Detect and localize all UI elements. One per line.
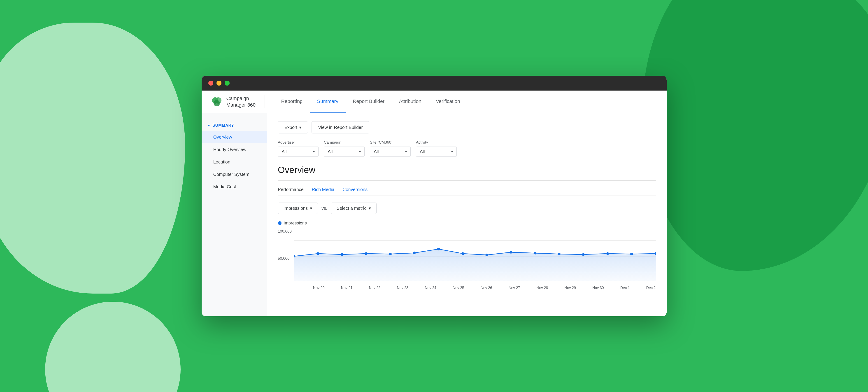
x-label-nov20: Nov 20 [313, 286, 324, 290]
tab-conversions[interactable]: Conversions [342, 187, 368, 196]
chart-point [509, 251, 512, 253]
chart-point [630, 253, 633, 255]
sidebar-item-computer-system[interactable]: Computer System [202, 168, 267, 181]
impressions-metric-button[interactable]: Impressions ▾ [278, 203, 318, 214]
site-value: All [374, 149, 379, 154]
advertiser-label: Advertiser [278, 140, 318, 145]
nav-tab-summary[interactable]: Summary [310, 91, 346, 113]
export-button[interactable]: Export ▾ [278, 121, 308, 133]
section-divider [278, 180, 656, 181]
tab-rich-media[interactable]: Rich Media [312, 187, 334, 196]
impressions-arrow-icon: ▾ [310, 206, 312, 211]
minimize-dot[interactable] [216, 81, 221, 86]
campaign-filter-group: Campaign All ▾ [324, 140, 365, 157]
x-axis-labels: ... Nov 20 Nov 21 Nov 22 Nov 23 Nov 24 N… [294, 283, 656, 293]
nav-tab-attribution[interactable]: Attribution [392, 91, 429, 113]
close-dot[interactable] [208, 81, 213, 86]
x-label-nov21: Nov 21 [341, 286, 352, 290]
campaign-value: All [328, 149, 333, 154]
bg-shape-bottom-left [45, 302, 181, 392]
x-label-nov27: Nov 27 [508, 286, 520, 290]
sidebar-item-overview[interactable]: Overview [202, 131, 267, 143]
y-axis-labels: 100,000 50,000 [278, 229, 294, 283]
chart-point [389, 253, 392, 255]
y-label-100k: 100,000 [278, 229, 294, 234]
vs-label: vs. [321, 206, 327, 211]
chart-point [461, 252, 464, 255]
view-in-report-builder-button[interactable]: View in Report Builder [312, 121, 369, 133]
x-label-dec1: Dec 1 [620, 286, 630, 290]
app-logo[interactable]: CampaignManager 360 [211, 95, 265, 108]
app-header: CampaignManager 360 Reporting Summary Re… [202, 91, 666, 113]
sidebar-item-location[interactable]: Location [202, 156, 267, 168]
chart-point [316, 252, 319, 255]
select-metric-arrow-icon: ▾ [369, 206, 371, 211]
tab-performance[interactable]: Performance [278, 187, 304, 196]
advertiser-filter-group: Advertiser All ▾ [278, 140, 318, 157]
x-label-nov30: Nov 30 [592, 286, 604, 290]
chart-point [437, 248, 440, 250]
impressions-legend-dot [278, 221, 281, 225]
nav-tab-verification[interactable]: Verification [429, 91, 467, 113]
activity-filter-group: Activity All ▾ [416, 140, 457, 157]
activity-arrow-icon: ▾ [451, 150, 453, 154]
activity-label: Activity [416, 140, 457, 145]
activity-select[interactable]: All ▾ [416, 147, 457, 157]
activity-value: All [420, 149, 425, 154]
bg-shape-left [0, 23, 185, 294]
chart-legend: Impressions [278, 221, 656, 225]
nav-tabs: Reporting Summary Report Builder Attribu… [274, 91, 467, 113]
chart-point [582, 253, 585, 256]
chart-container: 100,000 50,000 [278, 229, 656, 293]
campaign-select[interactable]: All ▾ [324, 147, 365, 157]
chart-point [340, 253, 343, 256]
sidebar-section-summary[interactable]: ▾ SUMMARY [202, 120, 267, 131]
chart-point [413, 251, 415, 254]
x-label-nov26: Nov 26 [480, 286, 492, 290]
x-label-nov23: Nov 23 [397, 286, 408, 290]
site-select[interactable]: All ▾ [370, 147, 411, 157]
select-metric-label: Select a metric [337, 206, 366, 211]
page-title: Overview [278, 165, 656, 175]
logo-text: CampaignManager 360 [226, 95, 256, 108]
chevron-down-icon: ▾ [208, 123, 210, 128]
impressions-legend-label: Impressions [284, 221, 307, 225]
chart-point [534, 252, 536, 254]
advertiser-value: All [282, 149, 287, 154]
site-arrow-icon: ▾ [405, 150, 407, 154]
app-body: ▾ SUMMARY Overview Hourly Overview Locat… [202, 113, 666, 316]
maximize-dot[interactable] [225, 81, 229, 86]
chart-point [558, 253, 560, 255]
campaign-label: Campaign [324, 140, 365, 145]
sidebar: ▾ SUMMARY Overview Hourly Overview Locat… [202, 113, 267, 316]
impressions-label: Impressions [283, 206, 308, 211]
sidebar-item-hourly-overview[interactable]: Hourly Overview [202, 143, 267, 156]
site-filter-group: Site (CM360) All ▾ [370, 140, 411, 157]
select-metric-button[interactable]: Select a metric ▾ [331, 203, 376, 214]
metric-row: Impressions ▾ vs. Select a metric ▾ [278, 203, 656, 214]
nav-tab-report-builder[interactable]: Report Builder [346, 91, 392, 113]
chart-point [365, 252, 367, 255]
x-label-nov24: Nov 24 [425, 286, 436, 290]
sidebar-item-media-cost[interactable]: Media Cost [202, 181, 267, 193]
export-dropdown-icon: ▾ [299, 125, 301, 130]
site-label: Site (CM360) [370, 140, 411, 145]
sidebar-section-label: SUMMARY [212, 123, 234, 128]
export-label: Export [284, 125, 298, 130]
x-label-nov28: Nov 28 [536, 286, 548, 290]
advertiser-select[interactable]: All ▾ [278, 147, 318, 157]
x-label-nov25: Nov 25 [453, 286, 464, 290]
logo-icon [211, 96, 222, 108]
toolbar: Export ▾ View in Report Builder [278, 121, 656, 133]
advertiser-arrow-icon: ▾ [313, 150, 315, 154]
chart-svg [294, 229, 656, 283]
nav-tab-reporting[interactable]: Reporting [274, 91, 310, 113]
chart-point [606, 252, 609, 255]
x-label-dec2: Dec 2 [646, 286, 656, 290]
chart-svg-area [294, 229, 656, 283]
content-tabs: Performance Rich Media Conversions [278, 187, 656, 196]
svg-point-2 [214, 100, 220, 107]
main-content: Export ▾ View in Report Builder Advertis… [267, 113, 666, 316]
x-label-ellipsis: ... [294, 286, 297, 290]
bg-shape-right [642, 0, 868, 271]
